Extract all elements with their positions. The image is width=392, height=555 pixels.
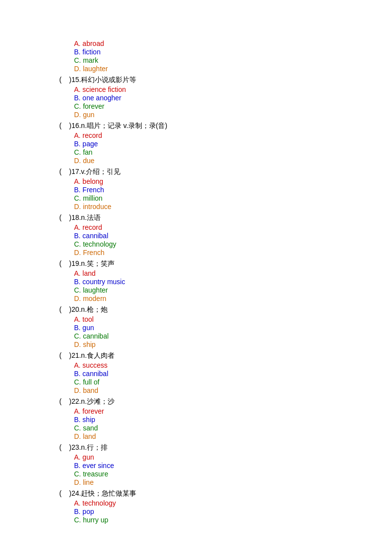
option-q23-0[interactable]: A. gun xyxy=(74,453,392,461)
question-row-q22: ()22.n.沙滩；沙 xyxy=(59,397,392,406)
option-q20-1[interactable]: B. gun xyxy=(74,324,392,332)
option-q22-1[interactable]: B. ship xyxy=(74,416,392,424)
question-row-q21: ()21.n.食人肉者 xyxy=(59,351,392,360)
option-q18-2[interactable]: C. technology xyxy=(74,240,392,248)
question-paren-q15: ( xyxy=(59,76,69,84)
question-label-q22: )22.n.沙滩；沙 xyxy=(69,397,115,406)
option-q17-3[interactable]: D. introduce xyxy=(74,203,392,211)
option-q16-3[interactable]: D. due xyxy=(74,157,392,165)
option-q17-1[interactable]: B. French xyxy=(74,186,392,194)
option-q15-0[interactable]: A. science fiction xyxy=(74,85,392,93)
option-q19-0[interactable]: A. land xyxy=(74,269,392,277)
option-q20-3[interactable]: D. ship xyxy=(74,341,392,348)
option-q21-2[interactable]: C. full of xyxy=(74,378,392,386)
option-q_top-3[interactable]: D. laughter xyxy=(74,65,392,73)
option-q19-3[interactable]: D. modern xyxy=(74,295,392,302)
question-block-q22: ()22.n.沙滩；沙A. foreverB. shipC. sandD. la… xyxy=(59,397,392,440)
option-q22-3[interactable]: D. land xyxy=(74,432,392,440)
option-q19-1[interactable]: B. country music xyxy=(74,278,392,286)
main-content: A. abroadB. fictionC. markD. laughter()1… xyxy=(59,40,392,524)
question-paren-q23: ( xyxy=(59,443,69,451)
question-row-q15: ()15.科幻小说或影片等 xyxy=(59,76,392,85)
question-row-q19: ()19.n.笑；笑声 xyxy=(59,259,392,268)
option-q20-2[interactable]: C. cannibal xyxy=(74,332,392,340)
question-row-q16: ()16.n.唱片；记录 v.录制；录(音) xyxy=(59,122,392,130)
question-block-q23: ()23.n.行；排A. gunB. ever sinceC. treasure… xyxy=(59,443,392,486)
question-paren-q17: ( xyxy=(59,168,69,175)
option-q18-3[interactable]: D. French xyxy=(74,249,392,256)
option-q19-2[interactable]: C. laughter xyxy=(74,286,392,294)
option-q_top-2[interactable]: C. mark xyxy=(74,56,392,64)
option-q17-0[interactable]: A. belong xyxy=(74,177,392,185)
option-q15-2[interactable]: C. forever xyxy=(74,102,392,110)
option-q24-1[interactable]: B. pop xyxy=(74,508,392,515)
question-block-q_top: A. abroadB. fictionC. markD. laughter xyxy=(59,40,392,73)
question-block-q15: ()15.科幻小说或影片等A. science fictionB. one an… xyxy=(59,76,392,119)
option-q_top-0[interactable]: A. abroad xyxy=(74,40,392,47)
question-label-q17: )17.v.介绍；引见 xyxy=(69,168,120,176)
question-block-q21: ()21.n.食人肉者A. successB. cannibalC. full … xyxy=(59,351,392,394)
option-q18-0[interactable]: A. record xyxy=(74,223,392,231)
question-paren-q18: ( xyxy=(59,213,69,221)
question-paren-q21: ( xyxy=(59,351,69,359)
option-q18-1[interactable]: B. cannibal xyxy=(74,232,392,240)
question-label-q18: )18.n.法语 xyxy=(69,213,101,222)
question-block-q24: ()24.赶快；急忙做某事A. technologyB. popC. hurry… xyxy=(59,489,392,524)
question-block-q17: ()17.v.介绍；引见A. belongB. FrenchC. million… xyxy=(59,168,392,211)
question-row-q24: ()24.赶快；急忙做某事 xyxy=(59,489,392,498)
question-label-q16: )16.n.唱片；记录 v.录制；录(音) xyxy=(69,122,167,130)
question-label-q15: )15.科幻小说或影片等 xyxy=(69,76,136,85)
option-q23-2[interactable]: C. treasure xyxy=(74,470,392,478)
option-q17-2[interactable]: C. million xyxy=(74,194,392,202)
question-label-q24: )24.赶快；急忙做某事 xyxy=(69,489,136,498)
question-block-q18: ()18.n.法语A. recordB. cannibalC. technolo… xyxy=(59,213,392,256)
question-block-q16: ()16.n.唱片；记录 v.录制；录(音)A. recordB. pageC.… xyxy=(59,122,392,165)
question-block-q19: ()19.n.笑；笑声A. landB. country musicC. lau… xyxy=(59,259,392,302)
option-q15-3[interactable]: D. gun xyxy=(74,111,392,119)
question-row-q23: ()23.n.行；排 xyxy=(59,443,392,452)
question-label-q23: )23.n.行；排 xyxy=(69,443,108,452)
question-row-q17: ()17.v.介绍；引见 xyxy=(59,168,392,176)
option-q16-1[interactable]: B. page xyxy=(74,140,392,148)
question-block-q20: ()20.n.枪；炮A. toolB. gunC. cannibalD. shi… xyxy=(59,305,392,348)
option-q22-2[interactable]: C. sand xyxy=(74,424,392,432)
question-label-q20: )20.n.枪；炮 xyxy=(69,305,108,314)
option-q15-1[interactable]: B. one anogher xyxy=(74,94,392,102)
option-q24-0[interactable]: A. technology xyxy=(74,499,392,507)
question-row-q18: ()18.n.法语 xyxy=(59,213,392,222)
option-q21-0[interactable]: A. success xyxy=(74,361,392,369)
option-q23-3[interactable]: D. line xyxy=(74,478,392,486)
question-label-q19: )19.n.笑；笑声 xyxy=(69,259,115,268)
question-row-q20: ()20.n.枪；炮 xyxy=(59,305,392,314)
question-paren-q19: ( xyxy=(59,259,69,267)
option-q24-2[interactable]: C. hurry up xyxy=(74,516,392,524)
question-label-q21: )21.n.食人肉者 xyxy=(69,351,115,360)
question-paren-q22: ( xyxy=(59,397,69,405)
option-q16-2[interactable]: C. fan xyxy=(74,148,392,156)
option-q_top-1[interactable]: B. fiction xyxy=(74,48,392,56)
option-q20-0[interactable]: A. tool xyxy=(74,315,392,323)
option-q16-0[interactable]: A. record xyxy=(74,131,392,139)
question-paren-q24: ( xyxy=(59,489,69,497)
option-q21-1[interactable]: B. cannibal xyxy=(74,370,392,378)
option-q22-0[interactable]: A. forever xyxy=(74,407,392,415)
question-paren-q16: ( xyxy=(59,122,69,129)
option-q21-3[interactable]: D. band xyxy=(74,386,392,394)
option-q23-1[interactable]: B. ever since xyxy=(74,462,392,470)
question-paren-q20: ( xyxy=(59,305,69,313)
